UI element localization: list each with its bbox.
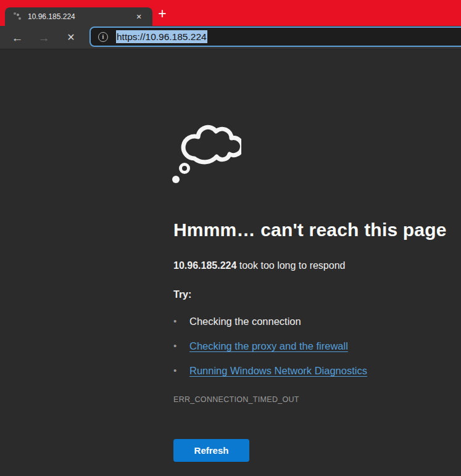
close-icon: ✕	[136, 13, 141, 21]
list-item: • Running Windows Network Diagnostics	[173, 364, 457, 377]
error-code: ERR_CONNECTION_TIMED_OUT	[173, 395, 457, 404]
new-tab-button[interactable]: +	[155, 6, 170, 21]
page-info-icon[interactable]: i	[98, 32, 108, 42]
back-arrow-icon: ←	[12, 32, 23, 44]
stop-button[interactable]: ✕	[62, 28, 80, 47]
list-item: • Checking the proxy and the firewall	[173, 339, 457, 353]
forward-button[interactable]: →	[35, 28, 52, 47]
tab-strip: 10.96.185.224 ✕ +	[0, 0, 461, 26]
plus-icon: +	[158, 7, 166, 21]
loading-spinner-icon	[12, 12, 22, 22]
error-subtitle: 10.96.185.224 took too long to respond	[173, 260, 457, 271]
try-label: Try:	[173, 289, 457, 300]
stop-icon: ✕	[67, 33, 75, 43]
tab-title: 10.96.185.224	[28, 12, 133, 21]
url-input[interactable]: https://10.96.185.224	[116, 31, 207, 43]
address-bar[interactable]: i https://10.96.185.224	[89, 27, 461, 47]
thought-bubble-icon	[170, 114, 241, 186]
network-diagnostics-link[interactable]: Running Windows Network Diagnostics	[189, 365, 367, 376]
bullet-dot: •	[173, 314, 177, 328]
back-button[interactable]: ←	[9, 28, 26, 47]
browser-tab[interactable]: 10.96.185.224 ✕	[5, 7, 152, 26]
suggestion-text: Checking the connection	[189, 316, 301, 327]
host-name: 10.96.185.224	[173, 260, 236, 271]
proxy-firewall-link[interactable]: Checking the proxy and the firewall	[189, 340, 348, 351]
refresh-button[interactable]: Refresh	[173, 439, 249, 462]
list-item: • Checking the connection	[173, 314, 457, 328]
toolbar: ← → ✕ i https://10.96.185.224	[0, 26, 461, 49]
error-page: Hmmm… can't reach this page 10.96.185.22…	[173, 114, 457, 462]
subtitle-text: took too long to respond	[236, 260, 345, 271]
forward-arrow-icon: →	[38, 32, 50, 44]
bullet-dot: •	[173, 364, 177, 377]
url-selected-text: https://10.96.185.224	[116, 30, 207, 43]
bullet-dot: •	[173, 339, 177, 353]
tab-close-button[interactable]: ✕	[133, 10, 145, 23]
suggestion-list: • Checking the connection • Checking the…	[173, 314, 457, 377]
error-heading: Hmmm… can't reach this page	[173, 220, 457, 240]
